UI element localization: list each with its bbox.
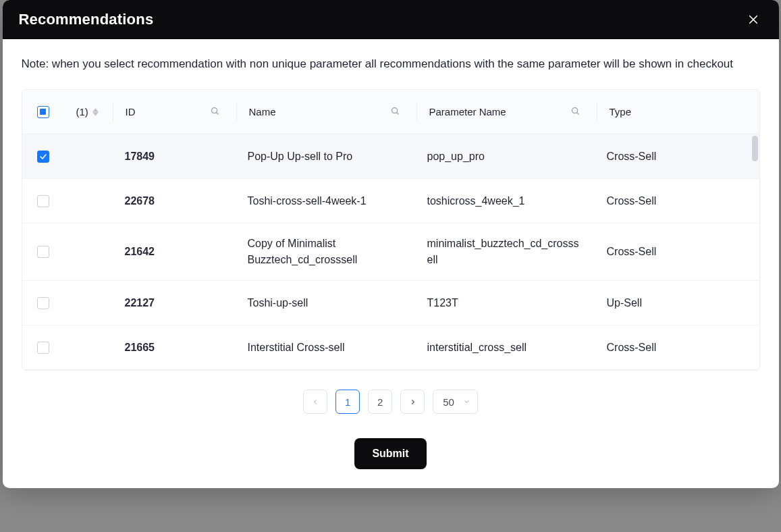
- cell-id: 22678: [125, 181, 155, 221]
- page-size-select[interactable]: 50: [433, 390, 478, 414]
- column-header-type[interactable]: Type: [610, 106, 632, 117]
- cell-type: Cross-Sell: [607, 232, 657, 272]
- sort-icon: [92, 108, 99, 116]
- table-header-row: (1) ID Name: [22, 90, 759, 134]
- row-checkbox[interactable]: [37, 342, 49, 354]
- cell-id: 22127: [125, 283, 155, 323]
- selected-count-label: (1): [76, 106, 88, 117]
- cell-type: Up-Sell: [607, 283, 642, 323]
- search-icon: [390, 106, 400, 116]
- search-parameter-button[interactable]: [570, 106, 585, 118]
- svg-line-5: [396, 112, 398, 114]
- svg-line-3: [216, 112, 218, 114]
- svg-point-6: [572, 107, 577, 113]
- search-id-button[interactable]: [210, 106, 224, 118]
- row-checkbox[interactable]: [37, 246, 49, 258]
- chevron-down-icon: [463, 396, 470, 408]
- cell-parameter: toshicross_4week_1: [427, 181, 525, 221]
- column-header-id[interactable]: ID: [126, 106, 136, 117]
- table-row[interactable]: 17849Pop-Up Up-sell to Propop_up_proCros…: [22, 134, 759, 179]
- cell-name: Copy of Minimalist Buzztech_cd_crosssell: [248, 223, 403, 280]
- recommendations-table: (1) ID Name: [22, 89, 760, 371]
- pagination-prev-button[interactable]: [303, 390, 327, 414]
- cell-type: Cross-Sell: [607, 327, 657, 368]
- row-checkbox[interactable]: [37, 151, 49, 163]
- scrollbar-thumb[interactable]: [752, 136, 758, 161]
- submit-wrap: Submit: [22, 438, 760, 469]
- pagination-next-button[interactable]: [400, 390, 425, 414]
- recommendations-modal: Recommendations Note: when you select re…: [3, 0, 779, 488]
- cell-parameter: T123T: [427, 283, 458, 323]
- cell-name: Toshi-up-sell: [248, 283, 308, 323]
- cell-id: 17849: [125, 136, 155, 177]
- cell-name: Pop-Up Up-sell to Pro: [248, 136, 353, 177]
- select-all-checkbox[interactable]: [37, 106, 49, 118]
- table-row[interactable]: 21665Interstitial Cross-sellinterstitial…: [22, 325, 759, 370]
- search-name-button[interactable]: [390, 106, 404, 118]
- cell-name: Toshi-cross-sell-4week-1: [248, 181, 367, 221]
- cell-name: Interstitial Cross-sell: [248, 327, 345, 368]
- modal-title: Recommendations: [19, 11, 154, 28]
- close-button[interactable]: [744, 10, 763, 29]
- search-icon: [570, 106, 581, 116]
- chevron-left-icon: [312, 398, 319, 406]
- note-text: Note: when you select recommendation wit…: [22, 55, 760, 73]
- selected-count-header[interactable]: (1): [64, 106, 113, 117]
- column-header-name[interactable]: Name: [249, 106, 276, 117]
- row-checkbox[interactable]: [37, 195, 49, 207]
- table-row[interactable]: 22127Toshi-up-sellT123TUp-Sell: [22, 281, 759, 325]
- cell-type: Cross-Sell: [607, 181, 657, 221]
- close-icon: [747, 14, 759, 26]
- table-scroll[interactable]: (1) ID Name: [22, 90, 759, 370]
- cell-id: 21665: [125, 327, 155, 368]
- modal-header: Recommendations: [3, 0, 779, 39]
- cell-id: 21642: [125, 232, 155, 272]
- cell-parameter: interstitial_cross_sell: [427, 327, 527, 368]
- svg-point-4: [392, 107, 397, 113]
- row-checkbox[interactable]: [37, 297, 49, 309]
- svg-point-2: [211, 107, 217, 113]
- pagination-page-button[interactable]: 1: [335, 390, 360, 414]
- modal-body: Note: when you select recommendation wit…: [3, 39, 779, 488]
- table-row[interactable]: 21642Copy of Minimalist Buzztech_cd_cros…: [22, 223, 759, 281]
- cell-type: Cross-Sell: [607, 136, 657, 177]
- cell-parameter: minimalist_buzztech_cd_crosssell: [427, 223, 583, 280]
- page-size-value: 50: [443, 396, 454, 408]
- pagination-page-button[interactable]: 2: [368, 390, 392, 414]
- search-icon: [210, 106, 220, 116]
- cell-parameter: pop_up_pro: [427, 136, 485, 177]
- submit-button[interactable]: Submit: [354, 438, 426, 469]
- column-header-parameter[interactable]: Parameter Name: [429, 106, 506, 117]
- table-row[interactable]: 22678Toshi-cross-sell-4week-1toshicross_…: [22, 179, 759, 223]
- pagination: 12 50: [22, 390, 760, 414]
- chevron-right-icon: [409, 398, 416, 406]
- svg-line-7: [576, 112, 578, 114]
